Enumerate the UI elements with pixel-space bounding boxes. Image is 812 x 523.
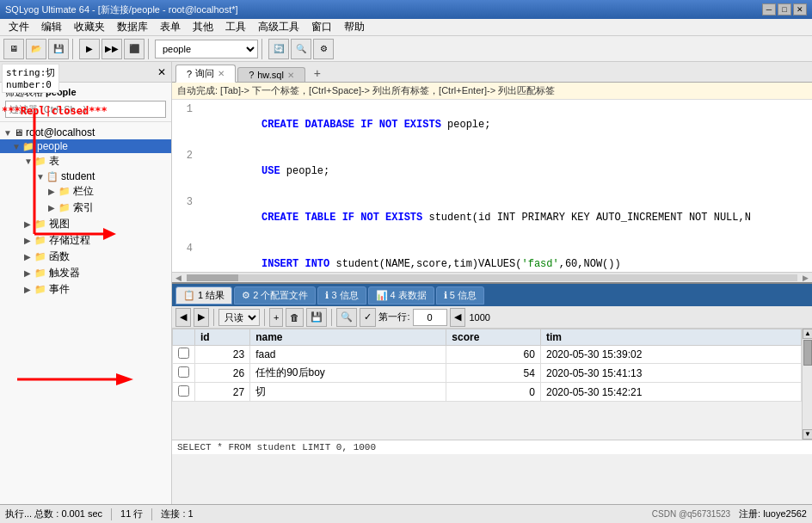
settings-btn[interactable]: ⚙ (313, 39, 334, 59)
scroll-up-btn[interactable]: ▲ (803, 329, 812, 339)
tree-item-views-folder[interactable]: ▶ 📁 视图 (0, 216, 171, 232)
save-changes-btn[interactable]: 💾 (306, 308, 327, 327)
close-panel-btn[interactable]: ✕ (157, 66, 166, 78)
db-icon: 📁 (22, 141, 34, 152)
close-button[interactable]: ✕ (793, 3, 807, 15)
indexes-label: 索引 (73, 200, 94, 215)
filter-check-btn[interactable]: ✓ (360, 308, 376, 327)
add-row-btn[interactable]: + (269, 308, 283, 327)
new-connection-btn[interactable]: 🖥 (3, 39, 24, 59)
maximize-button[interactable]: □ (778, 3, 791, 15)
sql-line-4: 4 INSERT INTO student(NAME,score,tim)VAL… (172, 241, 812, 272)
results-scrollbar[interactable]: ▲ ▼ (802, 329, 812, 440)
results-tab-1[interactable]: 📋 1 结果 (175, 286, 232, 305)
execute-btn[interactable]: ▶ (79, 39, 100, 59)
refresh-btn[interactable]: 🔄 (268, 39, 289, 59)
tree-item-events-folder[interactable]: ▶ 📁 事件 (0, 281, 171, 298)
views-toggle[interactable]: ▶ (24, 219, 33, 229)
menu-item-文件[interactable]: 文件 (3, 18, 34, 36)
add-tab-button[interactable]: + (307, 65, 328, 82)
tables-label: 表 (49, 154, 59, 169)
menu-item-数据库[interactable]: 数据库 (112, 18, 153, 36)
server-icon: 🖥 (14, 127, 23, 138)
edit-mode-select[interactable]: 只读 (218, 309, 260, 326)
menu-item-帮助[interactable]: 帮助 (339, 18, 370, 36)
results-prev-btn[interactable]: ◀ (175, 308, 191, 327)
db-label: people (37, 140, 68, 152)
results-sep1 (213, 309, 214, 326)
scroll-right-btn[interactable]: ▶ (799, 274, 812, 282)
scroll-thumb[interactable] (187, 274, 238, 281)
menu-item-表单[interactable]: 表单 (155, 18, 186, 36)
results-tab-2-label: 2 个配置文件 (253, 289, 308, 302)
cell-id: 26 (195, 364, 250, 383)
save-btn[interactable]: 💾 (48, 39, 69, 59)
database-selector[interactable]: people (155, 40, 258, 58)
stop-btn[interactable]: ⬛ (124, 39, 145, 59)
minimize-button[interactable]: ─ (762, 3, 776, 15)
header-name: name (250, 329, 446, 346)
sql-horizontal-scrollbar[interactable]: ◀ ▶ (172, 272, 812, 282)
scroll-track-v (803, 339, 812, 429)
menu-item-编辑[interactable]: 编辑 (36, 18, 67, 36)
tree-item-triggers-folder[interactable]: ▶ 📁 触发器 (0, 265, 171, 281)
db-toggle[interactable]: ▼ (12, 142, 21, 151)
table-row[interactable]: 23faad602020-05-30 15:39:02 (173, 346, 802, 364)
execute-all-btn[interactable]: ▶▶ (102, 39, 122, 59)
tree-item-columns-folder[interactable]: ▶ 📁 栏位 (0, 183, 171, 200)
server-toggle[interactable]: ▼ (3, 128, 12, 138)
search-btn[interactable]: 🔍 (291, 39, 311, 59)
results-tab-5[interactable]: ℹ 5 信息 (436, 286, 484, 305)
scroll-thumb-v[interactable] (803, 340, 812, 366)
tree-item-server[interactable]: ▼ 🖥 root@localhost (0, 126, 171, 139)
open-btn[interactable]: 📂 (26, 39, 46, 59)
tab-hwsql-close[interactable]: ✕ (287, 71, 294, 80)
results-table-body: 23faad602020-05-30 15:39:0226任性的90后boy54… (173, 346, 802, 402)
status-user: 注册: luoye2562 (739, 508, 807, 520)
indexes-icon: 📁 (58, 202, 71, 213)
tree-item-tables-folder[interactable]: ▼ 📁 表 (0, 153, 171, 169)
tables-toggle[interactable]: ▼ (24, 157, 33, 166)
filter-input[interactable] (5, 101, 166, 118)
menu-item-其他[interactable]: 其他 (188, 18, 218, 36)
tree-item-funcs-folder[interactable]: ▶ 📁 函数 (0, 249, 171, 265)
limit-row-input[interactable] (413, 309, 447, 326)
funcs-toggle[interactable]: ▶ (24, 252, 33, 262)
results-tab-4[interactable]: 📊 4 表数据 (368, 286, 434, 305)
tab-inquiry-close[interactable]: ✕ (218, 69, 225, 78)
triggers-toggle[interactable]: ▶ (24, 268, 33, 278)
sql-editor[interactable]: 1 CREATE DATABASE IF NOT EXISTS people; … (172, 100, 812, 272)
menu-item-工具[interactable]: 工具 (220, 18, 251, 36)
menu-item-收藏夹[interactable]: 收藏夹 (69, 18, 110, 36)
results-tab-2[interactable]: ⚙ 2 个配置文件 (234, 286, 316, 305)
results-table-container[interactable]: id name score tim 23faad602020-05-30 15:… (172, 329, 802, 440)
scroll-left-btn[interactable]: ◀ (172, 274, 185, 282)
tree-item-student-table[interactable]: ▼ 📋 student (0, 169, 171, 183)
indexes-toggle[interactable]: ▶ (48, 203, 57, 212)
limit-prev-btn[interactable]: ◀ (450, 308, 465, 327)
results-tab-4-label: 4 表数据 (391, 289, 427, 302)
results-next-btn[interactable]: ▶ (194, 308, 209, 327)
tree-item-indexes-folder[interactable]: ▶ 📁 索引 (0, 200, 171, 216)
menu-item-窗口[interactable]: 窗口 (306, 18, 337, 36)
results-tab-1-icon: 📋 (183, 290, 195, 301)
delete-row-btn[interactable]: 🗑 (286, 308, 304, 327)
table-row[interactable]: 27切02020-05-30 15:42:21 (173, 383, 802, 402)
columns-toggle[interactable]: ▶ (48, 187, 57, 196)
events-toggle[interactable]: ▶ (24, 285, 33, 294)
tab-hwsql[interactable]: ? hw.sql ✕ (237, 67, 305, 82)
columns-icon: 📁 (58, 186, 71, 197)
student-toggle[interactable]: ▼ (36, 172, 45, 182)
tree-item-db-people[interactable]: ▼ 📁 people (0, 139, 171, 153)
results-tab-3[interactable]: ℹ 3 信息 (317, 286, 366, 305)
table-row[interactable]: 26任性的90后boy542020-05-30 15:41:13 (173, 364, 802, 383)
cell-score: 0 (446, 383, 541, 402)
menu-item-高级工具[interactable]: 高级工具 (253, 18, 304, 36)
triggers-icon: 📁 (34, 268, 46, 279)
procs-toggle[interactable]: ▶ (24, 236, 33, 245)
scroll-down-btn[interactable]: ▼ (803, 429, 812, 440)
table-header-row: id name score tim (173, 329, 802, 346)
tab-inquiry[interactable]: ? 询问 ✕ (175, 65, 236, 83)
filter-rows-btn[interactable]: 🔍 (336, 308, 357, 327)
tree-item-procs-folder[interactable]: ▶ 📁 存储过程 (0, 232, 171, 249)
